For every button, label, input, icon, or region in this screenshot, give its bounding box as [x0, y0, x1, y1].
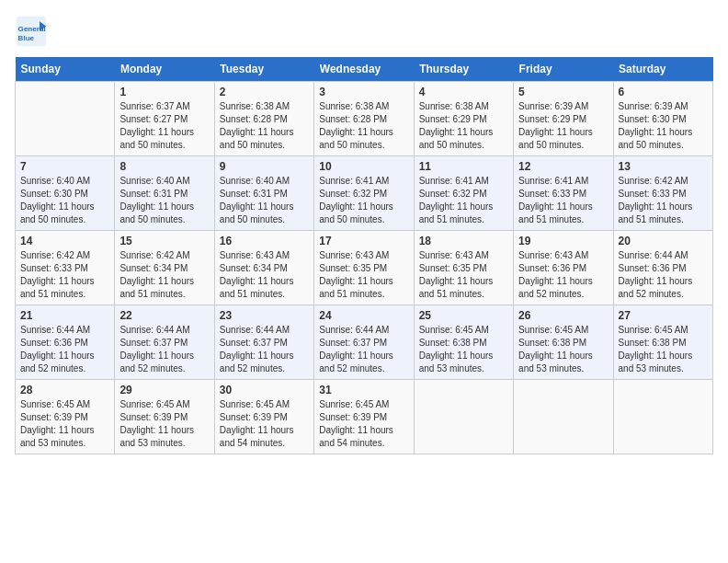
day-number: 1: [119, 86, 209, 98]
calendar-cell: 2Sunrise: 6:38 AM Sunset: 6:28 PM Daylig…: [214, 82, 313, 156]
day-info: Sunrise: 6:42 AM Sunset: 6:33 PM Dayligh…: [20, 249, 109, 301]
calendar-cell: 17Sunrise: 6:43 AM Sunset: 6:35 PM Dayli…: [314, 231, 414, 305]
calendar-cell: 12Sunrise: 6:41 AM Sunset: 6:33 PM Dayli…: [514, 156, 613, 231]
day-number: 7: [20, 160, 109, 173]
calendar-cell: 28Sunrise: 6:45 AM Sunset: 6:39 PM Dayli…: [16, 380, 115, 454]
calendar-cell: 9Sunrise: 6:40 AM Sunset: 6:31 PM Daylig…: [214, 156, 313, 231]
calendar-week-row: 28Sunrise: 6:45 AM Sunset: 6:39 PM Dayli…: [16, 380, 713, 454]
day-info: Sunrise: 6:45 AM Sunset: 6:38 PM Dayligh…: [619, 324, 708, 375]
calendar-cell: [613, 380, 712, 454]
day-number: 13: [619, 160, 708, 173]
calendar-cell: [514, 380, 613, 454]
day-header-friday: Friday: [514, 57, 613, 82]
calendar-cell: 30Sunrise: 6:45 AM Sunset: 6:39 PM Dayli…: [214, 380, 313, 454]
calendar-cell: 4Sunrise: 6:38 AM Sunset: 6:29 PM Daylig…: [414, 82, 513, 156]
day-number: 10: [319, 160, 408, 173]
day-info: Sunrise: 6:45 AM Sunset: 6:38 PM Dayligh…: [419, 324, 508, 375]
day-header-saturday: Saturday: [613, 57, 712, 82]
day-info: Sunrise: 6:41 AM Sunset: 6:32 PM Dayligh…: [419, 175, 508, 226]
calendar-header-row: SundayMondayTuesdayWednesdayThursdayFrid…: [16, 57, 713, 82]
day-number: 26: [518, 309, 608, 322]
calendar-week-row: 14Sunrise: 6:42 AM Sunset: 6:33 PM Dayli…: [16, 231, 713, 305]
day-info: Sunrise: 6:44 AM Sunset: 6:37 PM Dayligh…: [220, 324, 309, 375]
day-info: Sunrise: 6:38 AM Sunset: 6:29 PM Dayligh…: [419, 100, 508, 152]
day-number: 2: [220, 86, 309, 98]
day-number: 4: [419, 86, 508, 98]
day-number: 20: [619, 235, 708, 247]
day-info: Sunrise: 6:45 AM Sunset: 6:39 PM Dayligh…: [319, 398, 408, 450]
calendar-cell: 29Sunrise: 6:45 AM Sunset: 6:39 PM Dayli…: [115, 380, 214, 454]
day-info: Sunrise: 6:45 AM Sunset: 6:39 PM Dayligh…: [119, 398, 209, 450]
day-number: 8: [119, 160, 209, 173]
day-info: Sunrise: 6:45 AM Sunset: 6:39 PM Dayligh…: [220, 398, 309, 450]
svg-text:Blue: Blue: [18, 34, 35, 42]
day-info: Sunrise: 6:41 AM Sunset: 6:32 PM Dayligh…: [319, 175, 408, 226]
calendar-cell: 24Sunrise: 6:44 AM Sunset: 6:37 PM Dayli…: [314, 305, 414, 380]
calendar-cell: 20Sunrise: 6:44 AM Sunset: 6:36 PM Dayli…: [613, 231, 712, 305]
day-info: Sunrise: 6:43 AM Sunset: 6:34 PM Dayligh…: [220, 249, 309, 301]
day-info: Sunrise: 6:41 AM Sunset: 6:33 PM Dayligh…: [518, 175, 608, 226]
calendar-cell: 18Sunrise: 6:43 AM Sunset: 6:35 PM Dayli…: [414, 231, 513, 305]
day-info: Sunrise: 6:43 AM Sunset: 6:35 PM Dayligh…: [319, 249, 408, 301]
day-info: Sunrise: 6:44 AM Sunset: 6:37 PM Dayligh…: [319, 324, 408, 375]
day-info: Sunrise: 6:38 AM Sunset: 6:28 PM Dayligh…: [220, 100, 309, 152]
calendar-cell: 6Sunrise: 6:39 AM Sunset: 6:30 PM Daylig…: [613, 82, 712, 156]
day-info: Sunrise: 6:39 AM Sunset: 6:30 PM Dayligh…: [619, 100, 708, 152]
day-info: Sunrise: 6:43 AM Sunset: 6:35 PM Dayligh…: [419, 249, 508, 301]
day-header-thursday: Thursday: [414, 57, 513, 82]
day-number: 17: [319, 235, 408, 247]
day-number: 12: [518, 160, 608, 173]
calendar-cell: [16, 82, 115, 156]
day-number: 14: [20, 235, 109, 247]
day-info: Sunrise: 6:39 AM Sunset: 6:29 PM Dayligh…: [518, 100, 608, 152]
calendar-cell: 22Sunrise: 6:44 AM Sunset: 6:37 PM Dayli…: [115, 305, 214, 380]
day-info: Sunrise: 6:44 AM Sunset: 6:37 PM Dayligh…: [119, 324, 209, 375]
calendar-cell: 21Sunrise: 6:44 AM Sunset: 6:36 PM Dayli…: [16, 305, 115, 380]
day-info: Sunrise: 6:40 AM Sunset: 6:31 PM Dayligh…: [220, 175, 309, 226]
calendar-cell: 19Sunrise: 6:43 AM Sunset: 6:36 PM Dayli…: [514, 231, 613, 305]
logo-icon: General Blue: [15, 15, 48, 48]
day-number: 21: [20, 309, 109, 322]
day-number: 6: [619, 86, 708, 98]
calendar-cell: 16Sunrise: 6:43 AM Sunset: 6:34 PM Dayli…: [214, 231, 313, 305]
page-header: General Blue: [15, 15, 713, 48]
day-number: 25: [419, 309, 508, 322]
day-header-wednesday: Wednesday: [314, 57, 414, 82]
day-number: 9: [220, 160, 309, 173]
calendar-cell: 23Sunrise: 6:44 AM Sunset: 6:37 PM Dayli…: [214, 305, 313, 380]
calendar-week-row: 1Sunrise: 6:37 AM Sunset: 6:27 PM Daylig…: [16, 82, 713, 156]
day-header-sunday: Sunday: [16, 57, 115, 82]
day-number: 5: [518, 86, 608, 98]
day-number: 15: [119, 235, 209, 247]
day-info: Sunrise: 6:38 AM Sunset: 6:28 PM Dayligh…: [319, 100, 408, 152]
calendar-cell: 31Sunrise: 6:45 AM Sunset: 6:39 PM Dayli…: [314, 380, 414, 454]
day-info: Sunrise: 6:42 AM Sunset: 6:34 PM Dayligh…: [119, 249, 209, 301]
calendar-cell: 8Sunrise: 6:40 AM Sunset: 6:31 PM Daylig…: [115, 156, 214, 231]
calendar-cell: 7Sunrise: 6:40 AM Sunset: 6:30 PM Daylig…: [16, 156, 115, 231]
calendar-cell: 5Sunrise: 6:39 AM Sunset: 6:29 PM Daylig…: [514, 82, 613, 156]
day-number: 18: [419, 235, 508, 247]
day-header-monday: Monday: [115, 57, 214, 82]
calendar-cell: 10Sunrise: 6:41 AM Sunset: 6:32 PM Dayli…: [314, 156, 414, 231]
day-number: 24: [319, 309, 408, 322]
day-info: Sunrise: 6:43 AM Sunset: 6:36 PM Dayligh…: [518, 249, 608, 301]
calendar-cell: 11Sunrise: 6:41 AM Sunset: 6:32 PM Dayli…: [414, 156, 513, 231]
logo: General Blue: [15, 15, 51, 48]
calendar-cell: 1Sunrise: 6:37 AM Sunset: 6:27 PM Daylig…: [115, 82, 214, 156]
calendar-week-row: 21Sunrise: 6:44 AM Sunset: 6:36 PM Dayli…: [16, 305, 713, 380]
calendar-cell: 27Sunrise: 6:45 AM Sunset: 6:38 PM Dayli…: [613, 305, 712, 380]
day-info: Sunrise: 6:42 AM Sunset: 6:33 PM Dayligh…: [619, 175, 708, 226]
day-number: 28: [20, 384, 109, 396]
day-number: 22: [119, 309, 209, 322]
day-info: Sunrise: 6:40 AM Sunset: 6:30 PM Dayligh…: [20, 175, 109, 226]
day-number: 19: [518, 235, 608, 247]
day-number: 30: [220, 384, 309, 396]
day-number: 27: [619, 309, 708, 322]
day-info: Sunrise: 6:40 AM Sunset: 6:31 PM Dayligh…: [119, 175, 209, 226]
day-info: Sunrise: 6:37 AM Sunset: 6:27 PM Dayligh…: [119, 100, 209, 152]
calendar-cell: 26Sunrise: 6:45 AM Sunset: 6:38 PM Dayli…: [514, 305, 613, 380]
day-info: Sunrise: 6:45 AM Sunset: 6:39 PM Dayligh…: [20, 398, 109, 450]
day-info: Sunrise: 6:44 AM Sunset: 6:36 PM Dayligh…: [619, 249, 708, 301]
calendar-cell: 3Sunrise: 6:38 AM Sunset: 6:28 PM Daylig…: [314, 82, 414, 156]
day-number: 31: [319, 384, 408, 396]
